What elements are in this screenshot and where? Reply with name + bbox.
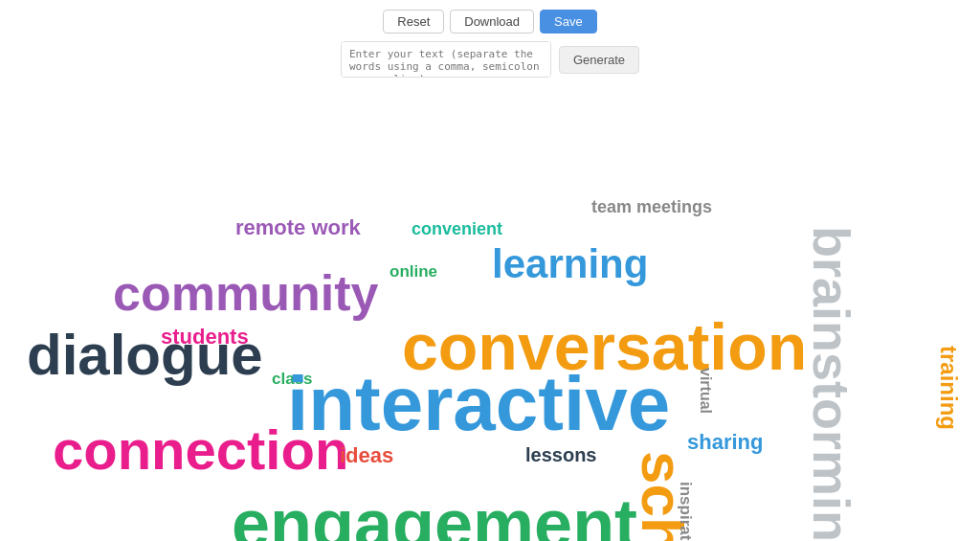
word-community: community	[113, 264, 378, 322]
word-inspiration: inspiration	[676, 482, 695, 541]
word-training: training	[935, 346, 962, 430]
word-input[interactable]	[341, 41, 551, 78]
wordcloud: remote workconvenientteam meetingslearni…	[0, 87, 980, 528]
word-team-meetings: team meetings	[591, 197, 712, 217]
input-row: Generate	[0, 41, 980, 87]
download-button[interactable]: Download	[450, 10, 534, 34]
word-remote-work: remote work	[235, 215, 361, 240]
word-learning: learning	[492, 241, 648, 287]
word-engagement: engagement	[232, 485, 637, 541]
word-brainstorming: brainstorming	[802, 226, 861, 541]
reset-button[interactable]: Reset	[383, 10, 444, 34]
word-ideas: ideas	[340, 443, 393, 468]
save-button[interactable]: Save	[540, 10, 597, 34]
word-virtual: virtual	[697, 368, 714, 414]
word-sharing: sharing	[687, 430, 763, 455]
word-connection: connection	[53, 417, 348, 482]
word-lessons: lessons	[525, 444, 596, 466]
word-online: online	[390, 262, 437, 282]
word-students: students	[161, 325, 249, 349]
word-convenient: convenient	[412, 219, 502, 239]
toolbar: Reset Download Save	[0, 0, 980, 41]
generate-button[interactable]: Generate	[559, 46, 639, 74]
word-attention: attention	[436, 535, 458, 541]
